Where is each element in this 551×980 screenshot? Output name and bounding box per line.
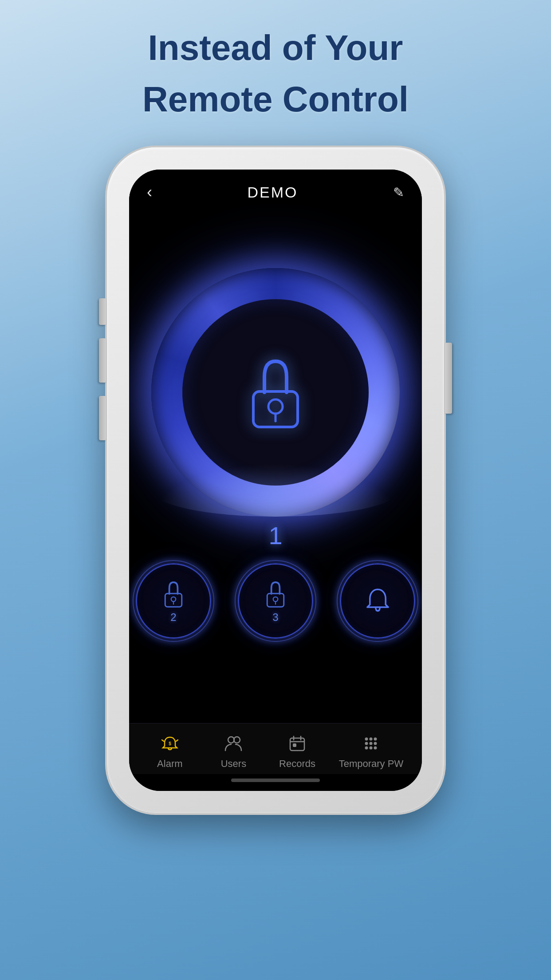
records-label: Records bbox=[279, 758, 315, 770]
screen-title: DEMO bbox=[248, 184, 298, 201]
main-lock-icon bbox=[240, 352, 311, 432]
svg-point-25 bbox=[365, 747, 368, 750]
headline-line2: Remote Control bbox=[142, 78, 409, 121]
svg-point-22 bbox=[365, 742, 368, 745]
alarm-icon: $ bbox=[159, 732, 181, 755]
home-indicator bbox=[129, 774, 422, 791]
nav-item-alarm[interactable]: $ Alarm bbox=[148, 732, 192, 770]
users-label: Users bbox=[221, 758, 246, 770]
phone-mockup: ‹ DEMO ✎ bbox=[107, 147, 444, 813]
lock-2-number: 2 bbox=[170, 611, 176, 624]
alarm-label: Alarm bbox=[157, 758, 182, 770]
edit-button[interactable]: ✎ bbox=[393, 185, 404, 200]
screen-main: 1 2 bbox=[129, 210, 422, 723]
small-lock-icon-3 bbox=[262, 578, 289, 609]
svg-point-4 bbox=[171, 597, 176, 602]
lock-number: 1 bbox=[268, 521, 282, 550]
svg-rect-18 bbox=[293, 743, 296, 747]
svg-rect-3 bbox=[165, 593, 182, 607]
svg-rect-14 bbox=[290, 738, 304, 751]
bell-icon bbox=[363, 587, 392, 616]
lock-3-number: 3 bbox=[272, 611, 278, 624]
svg-rect-6 bbox=[267, 593, 284, 607]
nav-item-temporary-pw[interactable]: Temporary PW bbox=[339, 732, 403, 770]
temporary-pw-label: Temporary PW bbox=[339, 758, 403, 770]
svg-point-21 bbox=[374, 738, 377, 741]
side-button-power bbox=[445, 343, 452, 414]
svg-point-20 bbox=[370, 738, 373, 741]
main-lock-ring[interactable] bbox=[151, 268, 400, 517]
ring-glow bbox=[151, 463, 400, 517]
nav-item-records[interactable]: Records bbox=[275, 732, 319, 770]
bottom-nav: $ Alarm Users bbox=[129, 723, 422, 774]
headline-line1: Instead of Your bbox=[142, 27, 409, 69]
svg-line-10 bbox=[176, 740, 178, 741]
svg-point-24 bbox=[374, 742, 377, 745]
users-icon bbox=[222, 732, 244, 755]
side-button-volume-up bbox=[99, 298, 106, 325]
svg-point-23 bbox=[370, 742, 373, 745]
svg-point-26 bbox=[370, 747, 373, 750]
back-button[interactable]: ‹ bbox=[147, 183, 152, 202]
side-button-mute bbox=[99, 396, 106, 440]
lock-button-2[interactable]: 2 bbox=[136, 563, 211, 639]
grid-icon bbox=[360, 732, 382, 755]
lock-svg bbox=[240, 352, 311, 432]
svg-point-19 bbox=[365, 738, 368, 741]
svg-point-1 bbox=[268, 399, 283, 414]
home-bar bbox=[231, 778, 320, 782]
svg-point-27 bbox=[374, 747, 377, 750]
small-locks-row: 2 3 bbox=[136, 563, 415, 639]
records-icon bbox=[286, 732, 308, 755]
screen-header: ‹ DEMO ✎ bbox=[129, 170, 422, 210]
bell-button[interactable] bbox=[340, 563, 415, 639]
headline: Instead of Your Remote Control bbox=[142, 27, 409, 121]
svg-text:$: $ bbox=[169, 741, 171, 746]
nav-item-users[interactable]: Users bbox=[211, 732, 256, 770]
svg-line-9 bbox=[162, 740, 164, 741]
svg-point-7 bbox=[273, 597, 278, 602]
side-button-volume-down bbox=[99, 338, 106, 383]
lock-button-3[interactable]: 3 bbox=[238, 563, 313, 639]
phone-screen: ‹ DEMO ✎ bbox=[129, 170, 422, 791]
small-lock-icon-2 bbox=[160, 578, 187, 609]
